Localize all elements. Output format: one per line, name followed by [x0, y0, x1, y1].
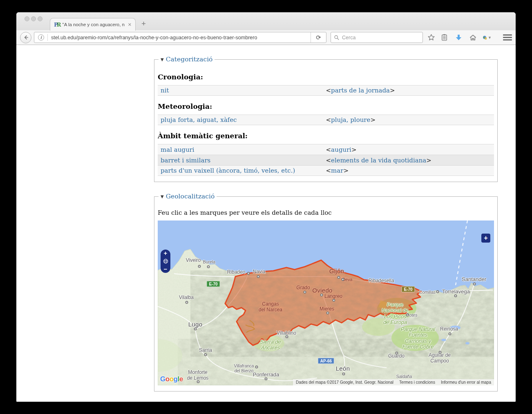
- bracket: <: [326, 146, 331, 153]
- group-heading-ambit: Àmbit temàtic general:: [158, 132, 494, 140]
- categoritzacio-legend[interactable]: ▼ Categorització: [159, 56, 215, 63]
- window-close-button[interactable]: [25, 16, 29, 21]
- url-separator: [47, 34, 48, 41]
- chevron-down-icon: ▼: [488, 36, 492, 40]
- term-link[interactable]: mal auguri: [161, 146, 194, 153]
- concept-link[interactable]: pluja, ploure: [331, 116, 370, 124]
- map-data-credit: Dades del mapa ©2017 Google, Inst. Geogr…: [296, 380, 393, 385]
- google-logo-letter: o: [165, 375, 170, 383]
- concept-link[interactable]: parts de la jornada: [331, 87, 390, 94]
- globe-zoom-icon[interactable]: [163, 258, 169, 264]
- concept-link[interactable]: elements de la vida quotidiana: [331, 157, 426, 164]
- new-tab-button[interactable]: +: [141, 20, 146, 27]
- zoom-in-button[interactable]: +: [164, 251, 168, 256]
- category-row: nit <parts de la jornada>: [158, 85, 494, 96]
- url-bar[interactable]: i stel.ub.edu/paremio-rom/ca/refranys/la…: [34, 32, 326, 43]
- navigation-toolbar: i stel.ub.edu/paremio-rom/ca/refranys/la…: [16, 30, 516, 45]
- term-link[interactable]: pluja forta, aiguat, xàfec: [161, 116, 237, 124]
- bracket: >: [370, 116, 376, 124]
- addon-globe-button[interactable]: ▼: [483, 33, 492, 42]
- category-row: pluja forta, aiguat, xàfec <pluja, plour…: [158, 115, 494, 125]
- back-button[interactable]: [20, 32, 31, 43]
- term-link[interactable]: barret i similars: [161, 157, 210, 164]
- site-favicon: PR: [54, 22, 60, 28]
- page-content: ▼ Categorització Cronologia: nit <parts …: [16, 45, 516, 402]
- bracket: <: [326, 167, 331, 174]
- bracket: <: [326, 87, 331, 94]
- downloads-button[interactable]: [454, 33, 463, 42]
- bracket: >: [390, 87, 395, 94]
- collapse-arrow-icon: ▼: [161, 57, 164, 62]
- home-button[interactable]: [468, 33, 477, 42]
- download-arrow-icon: [455, 34, 463, 41]
- url-text[interactable]: stel.ub.edu/paremio-rom/ca/refranys/la-n…: [51, 35, 311, 40]
- search-placeholder: Cerca: [342, 35, 355, 40]
- concept-link[interactable]: mar: [331, 167, 343, 174]
- bracket: <: [326, 116, 331, 124]
- browser-window: PR "A la noche y con aguacero, no ✕ + i …: [16, 12, 516, 402]
- geolocalitzacio-legend-link[interactable]: Geolocalització: [166, 193, 215, 200]
- site-info-icon[interactable]: i: [38, 34, 44, 40]
- categoritzacio-fieldset: ▼ Categorització Cronologia: nit <parts …: [154, 56, 498, 182]
- group-heading-meteorologia: Meteorologia:: [158, 102, 494, 110]
- window-zoom-button[interactable]: [38, 16, 42, 21]
- bracket: <: [326, 157, 331, 164]
- geolocalitzacio-legend[interactable]: ▼ Geolocalització: [159, 193, 217, 200]
- bookmarks-menu-button[interactable]: [440, 33, 449, 42]
- geolocalitzacio-fieldset: ▼ Geolocalització Feu clic a les marques…: [154, 193, 498, 392]
- bookmark-star-button[interactable]: [427, 33, 436, 42]
- home-icon: [469, 34, 477, 41]
- globe-icon: [483, 34, 487, 42]
- tab-bar: PR "A la noche y con aguacero, no ✕ +: [16, 12, 516, 30]
- menu-button[interactable]: [503, 34, 512, 41]
- report-error-link[interactable]: Informeu d'un error al mapa: [441, 380, 491, 385]
- category-row: mal auguri <auguri>: [158, 144, 494, 155]
- concept-link[interactable]: auguri: [331, 146, 351, 153]
- collapse-arrow-icon: ▼: [161, 194, 164, 199]
- clipboard-icon: [440, 34, 448, 41]
- term-link[interactable]: parts d'un vaixell (àncora, timó, veles,…: [161, 167, 295, 174]
- search-icon: [334, 35, 340, 40]
- reload-button[interactable]: ⟳: [311, 32, 326, 43]
- map-expand-button[interactable]: +: [481, 234, 490, 243]
- categoritzacio-legend-link[interactable]: Categorització: [166, 56, 213, 63]
- google-logo-letter: g: [174, 375, 178, 383]
- google-map[interactable]: ViveiroBurelaRibadeoNaviaGijónDevaRibade…: [158, 220, 494, 385]
- category-row: parts d'un vaixell (àncora, timó, veles,…: [158, 165, 494, 176]
- zoom-out-button[interactable]: −: [164, 267, 168, 272]
- bracket: >: [426, 157, 431, 164]
- map-instruction-text: Feu clic a les marques per veure els det…: [158, 209, 494, 216]
- map-zoom-control[interactable]: + −: [161, 250, 170, 273]
- bracket: >: [351, 146, 357, 153]
- google-logo-letter: e: [179, 375, 183, 383]
- tab-title: "A la noche y con aguacero, no: [63, 22, 125, 27]
- star-icon: [427, 34, 435, 41]
- google-logo-letter: o: [170, 375, 174, 383]
- google-logo-letter: G: [160, 375, 165, 383]
- search-box[interactable]: Cerca: [331, 32, 423, 43]
- tab-close-icon[interactable]: ✕: [128, 22, 132, 27]
- terms-link[interactable]: Termes i condicions: [399, 380, 435, 385]
- group-heading-cronologia: Cronologia:: [158, 73, 494, 81]
- bracket: >: [343, 167, 349, 174]
- browser-tab[interactable]: PR "A la noche y con aguacero, no ✕: [50, 18, 136, 31]
- google-logo[interactable]: Google: [160, 375, 183, 383]
- map-canvas: [158, 220, 494, 385]
- map-attribution: Dades del mapa ©2017 Google, Inst. Geogr…: [293, 379, 494, 385]
- term-link[interactable]: nit: [161, 87, 169, 94]
- window-minimize-button[interactable]: [31, 16, 36, 21]
- category-row: barret i similars <elements de la vida q…: [158, 155, 494, 165]
- back-arrow-icon: [23, 34, 29, 40]
